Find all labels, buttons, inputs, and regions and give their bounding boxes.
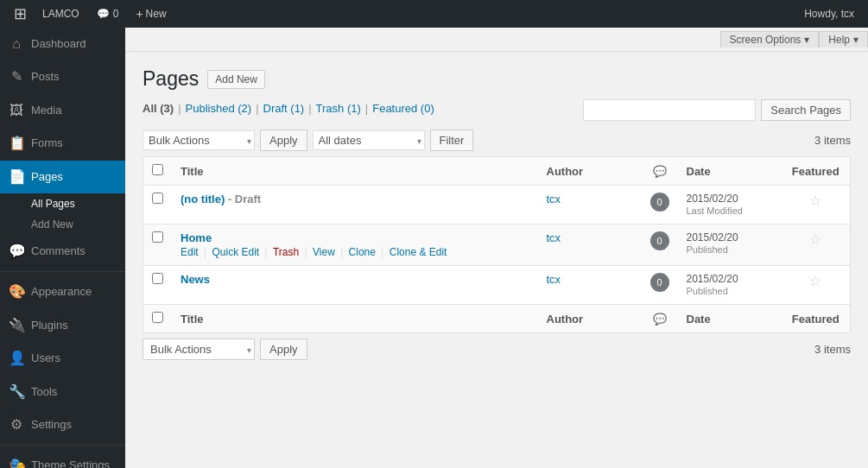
comment-icon: 💬 xyxy=(97,8,110,20)
settings-icon: ⚙ xyxy=(9,415,24,434)
filter-featured[interactable]: Featured (0) xyxy=(372,102,434,115)
apply-top-button[interactable]: Apply xyxy=(260,130,307,151)
table-header-row: Title Author 💬 Date Featured xyxy=(143,157,851,186)
sidebar-item-dashboard[interactable]: ⌂ Dashboard xyxy=(0,28,125,60)
filter-draft[interactable]: Draft (1) xyxy=(263,102,305,115)
author-link[interactable]: tcx xyxy=(547,193,561,206)
quick-edit-link[interactable]: Quick Edit xyxy=(212,246,259,258)
filter-trash[interactable]: Trash (1) xyxy=(316,102,361,115)
date-cell: 2015/02/20 Published xyxy=(678,225,782,266)
row-checkbox-cell[interactable] xyxy=(143,266,173,305)
sidebar-item-plugins[interactable]: 🔌 Plugins xyxy=(0,309,125,342)
dates-filter-wrap: All dates 2015/02 ▾ xyxy=(313,130,425,150)
sidebar-item-users[interactable]: 👤 Users xyxy=(0,342,125,375)
bulk-actions-bottom-wrap: Bulk Actions Edit Move to Trash ▾ xyxy=(143,338,255,360)
wp-logo-icon[interactable]: ⊞ xyxy=(7,4,34,23)
bulk-actions-top-select[interactable]: Bulk Actions Edit Move to Trash xyxy=(143,130,255,150)
author-column-footer: Author xyxy=(538,305,642,333)
sidebar-item-media[interactable]: 🖼 Media xyxy=(0,94,125,127)
page-title-area: Pages Add New xyxy=(143,67,851,91)
sidebar-item-settings[interactable]: ⚙ Settings xyxy=(0,408,125,441)
title-column-header[interactable]: Title xyxy=(172,157,538,186)
comment-icon-footer: 💬 xyxy=(653,313,667,326)
comment-bubble-icon: 💬 xyxy=(653,165,667,178)
apply-bottom-button[interactable]: Apply xyxy=(260,338,307,360)
featured-column-header[interactable]: Featured xyxy=(782,157,851,186)
filter-button[interactable]: Filter xyxy=(430,130,474,151)
select-all-header[interactable] xyxy=(143,157,173,186)
users-icon: 👤 xyxy=(9,349,24,368)
filter-published[interactable]: Published (2) xyxy=(186,102,252,115)
author-cell: tcx xyxy=(538,266,642,305)
page-title-link[interactable]: (no title) - Draft xyxy=(181,193,261,206)
adminbar-site[interactable]: LAMCO xyxy=(34,0,88,28)
add-new-page-button[interactable]: Add New xyxy=(207,70,265,89)
sidebar-item-label: Posts xyxy=(31,69,60,85)
sidebar-item-label: Settings xyxy=(31,417,72,433)
sidebar-item-tools[interactable]: 🔧 Tools xyxy=(0,376,125,408)
featured-star[interactable]: ☆ xyxy=(809,274,821,288)
select-all-footer[interactable] xyxy=(143,305,173,333)
view-link[interactable]: View xyxy=(313,246,335,258)
author-link[interactable]: tcx xyxy=(547,273,561,286)
page-title-link[interactable]: Home xyxy=(181,231,212,244)
search-input[interactable] xyxy=(583,99,756,121)
chevron-down-icon: ▾ xyxy=(804,34,809,46)
trash-link[interactable]: Trash xyxy=(273,246,299,258)
tools-icon: 🔧 xyxy=(9,383,24,402)
sidebar-item-posts[interactable]: ✎ Posts xyxy=(0,60,125,93)
row-checkbox[interactable] xyxy=(152,193,163,204)
media-icon: 🖼 xyxy=(9,101,24,120)
table-row: Home Edit | Quick Edit | Trash | View | xyxy=(143,225,851,266)
author-link[interactable]: tcx xyxy=(547,231,561,244)
adminbar-comments[interactable]: 💬 0 xyxy=(88,0,128,28)
sidebar-item-theme-settings[interactable]: 🎭 Theme Settings xyxy=(0,449,125,468)
sidebar-item-appearance[interactable]: 🎨 Appearance xyxy=(0,275,125,308)
page-title-link[interactable]: News xyxy=(181,273,210,286)
row-checkbox[interactable] xyxy=(152,231,163,243)
clone-edit-link[interactable]: Clone & Edit xyxy=(390,246,447,258)
pages-table: Title Author 💬 Date Featured xyxy=(143,156,851,333)
author-cell: tcx xyxy=(538,186,642,225)
edit-link[interactable]: Edit xyxy=(181,246,199,258)
filter-all[interactable]: All (3) xyxy=(143,102,174,115)
row-checkbox-cell[interactable] xyxy=(143,186,173,225)
author-column-header[interactable]: Author xyxy=(538,157,642,186)
sidebar-subitem-all-pages[interactable]: All Pages xyxy=(0,193,125,214)
date-column-header[interactable]: Date xyxy=(678,157,782,186)
screen-options-button[interactable]: Screen Options ▾ xyxy=(720,31,820,47)
sidebar-item-label: Comments xyxy=(31,243,86,259)
sidebar-item-label: Dashboard xyxy=(31,36,86,52)
date-cell: 2015/02/20 Published xyxy=(678,266,782,305)
comment-count: 0 xyxy=(113,8,119,20)
featured-star[interactable]: ☆ xyxy=(809,232,821,247)
sidebar-item-pages[interactable]: 📄 Pages xyxy=(0,161,125,193)
date-status: Published xyxy=(687,244,728,255)
title-cell: News xyxy=(172,266,538,305)
clone-link[interactable]: Clone xyxy=(349,246,376,258)
date-value: 2015/02/20 xyxy=(687,273,738,285)
bulk-actions-bottom-select[interactable]: Bulk Actions Edit Move to Trash xyxy=(143,338,255,360)
date-status: Last Modified xyxy=(687,206,743,216)
featured-cell: ☆ xyxy=(782,186,851,225)
sidebar-item-comments[interactable]: 💬 Comments xyxy=(0,235,125,268)
posts-icon: ✎ xyxy=(9,67,24,86)
select-all-checkbox[interactable] xyxy=(152,164,163,175)
row-checkbox[interactable] xyxy=(152,273,163,284)
sidebar-item-label: Media xyxy=(31,103,61,118)
search-pages-button[interactable]: Search Pages xyxy=(761,99,851,121)
date-cell: 2015/02/20 Last Modified xyxy=(678,186,782,225)
table-row: News tcx 0 2015/02/20 Published xyxy=(143,266,851,305)
sidebar-item-label: Theme Settings xyxy=(31,458,110,468)
theme-settings-icon: 🎭 xyxy=(9,456,24,468)
select-all-footer-checkbox[interactable] xyxy=(152,312,163,323)
comment-count-badge: 0 xyxy=(650,193,669,212)
adminbar-new[interactable]: + New xyxy=(127,0,174,28)
row-checkbox-cell[interactable] xyxy=(143,225,173,266)
sidebar-item-forms[interactable]: 📋 Forms xyxy=(0,127,125,160)
sidebar-subitem-add-new[interactable]: Add New xyxy=(0,214,125,235)
help-button[interactable]: Help ▾ xyxy=(819,31,868,47)
featured-star[interactable]: ☆ xyxy=(809,193,821,208)
dates-filter-select[interactable]: All dates 2015/02 xyxy=(313,130,425,150)
page-title: Pages xyxy=(143,67,199,91)
